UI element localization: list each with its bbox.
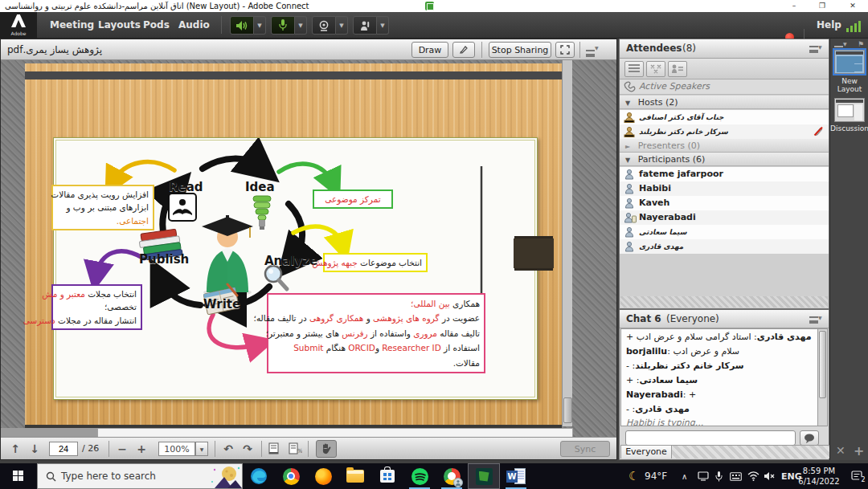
list-view-button[interactable] xyxy=(624,61,644,77)
close-button[interactable]: ✕ xyxy=(841,0,865,12)
chat-input[interactable] xyxy=(625,430,796,446)
participant-row[interactable]: مهدی قادری xyxy=(620,239,829,254)
taskbar-word-icon[interactable]: W xyxy=(500,463,532,489)
host-row[interactable]: سرکار خانم دکتر نظربلند xyxy=(620,124,829,139)
participant-row[interactable]: fateme jafarpoor xyxy=(620,167,829,181)
taskbar-explorer-icon[interactable] xyxy=(339,463,371,489)
taskbar-chrome-icon[interactable] xyxy=(275,463,307,489)
menu-audio[interactable]: Audio xyxy=(170,12,218,39)
chat-scrollbar-thumb[interactable] xyxy=(819,331,826,398)
vertical-scrollbar-thumb[interactable] xyxy=(563,397,572,423)
redo-icon[interactable]: ↷ xyxy=(239,441,256,457)
status-dropdown[interactable]: ▼ xyxy=(377,16,389,35)
notification-badge: 2 xyxy=(859,476,867,484)
participant-row[interactable]: سیما سعادتی xyxy=(620,225,829,239)
microphone-icon[interactable] xyxy=(271,16,295,35)
weather-moon-icon[interactable]: ☾ xyxy=(628,463,639,489)
windows-taskbar: Type here to search xyxy=(0,463,868,489)
chat-tab-strip xyxy=(672,445,829,458)
weather-temperature[interactable]: 94°F xyxy=(645,463,667,489)
taskbar-chrome-profile-icon[interactable] xyxy=(436,463,468,489)
webcam-dropdown[interactable]: ▼ xyxy=(336,16,348,35)
zoom-in-icon[interactable]: + xyxy=(133,441,150,457)
fit-page-icon[interactable] xyxy=(268,442,280,458)
participant-name: مهدی قادری xyxy=(639,239,683,254)
taskbar-adobe-connect-icon[interactable] xyxy=(468,463,500,489)
speaker-icon[interactable] xyxy=(230,16,254,35)
tray-clock[interactable]: 8:59 PM 6/14/2022 xyxy=(792,466,845,487)
chat-scrollbar[interactable] xyxy=(817,328,828,426)
add-layout-icon[interactable]: + xyxy=(854,443,864,458)
participant-row[interactable]: Nayerabadi xyxy=(620,210,829,225)
tray-microphone-icon[interactable] xyxy=(715,463,723,489)
taskbar-store-icon[interactable] xyxy=(371,463,403,489)
layout-thumbnail-new-layout[interactable] xyxy=(834,50,865,74)
active-speakers-row: Active Speakers xyxy=(620,79,829,95)
microphone-dropdown[interactable]: ▼ xyxy=(295,16,307,35)
layout-bar-pin-icon[interactable]: ⚑ xyxy=(858,40,864,48)
fullscreen-button[interactable] xyxy=(555,42,575,58)
active-speakers-icon xyxy=(624,81,635,92)
chat-message: مهدی قادری: - xyxy=(621,401,817,416)
layout-thumbnail-discussion[interactable] xyxy=(834,98,865,122)
presenters-section-header[interactable]: ► Presenters (0) xyxy=(620,139,829,153)
textbox-visibility: افزایش رویت پذیری مقالات ابزارهای مبتنی … xyxy=(51,185,154,230)
node-label-analyze: Analyze xyxy=(264,254,317,268)
page-up-icon[interactable]: ↑ xyxy=(7,441,23,457)
vertical-scrollbar[interactable] xyxy=(562,60,572,426)
taskbar-firefox-icon[interactable] xyxy=(307,463,339,489)
chat-pod-menu-icon[interactable]: ▼ xyxy=(809,315,824,324)
attendees-resize-area[interactable] xyxy=(620,296,828,308)
layout-label-new-layout[interactable]: New Layout xyxy=(830,77,868,93)
participant-name: fateme jafarpoor xyxy=(639,167,723,181)
sync-button[interactable]: Sync xyxy=(560,441,610,457)
tray-wifi-icon[interactable] xyxy=(747,463,760,489)
hand-tool-button[interactable] xyxy=(316,440,337,458)
attendees-pod-menu-icon[interactable]: ▼ xyxy=(809,44,824,54)
breakout-view-button[interactable] xyxy=(646,61,665,77)
zoom-dropdown[interactable]: ▼ xyxy=(195,442,208,456)
participant-icon xyxy=(624,198,635,209)
participant-name: Kaveh xyxy=(639,196,669,210)
start-button[interactable] xyxy=(0,463,37,489)
participant-row[interactable]: Habibi xyxy=(620,181,829,196)
taskbar-spotify-icon[interactable] xyxy=(403,463,436,489)
participant-row[interactable]: Kaveh xyxy=(620,196,829,210)
taskbar-search[interactable]: Type here to search xyxy=(37,463,243,489)
participants-section-header[interactable]: ▼ Participants (6) xyxy=(620,153,829,166)
tray-display-icon[interactable] xyxy=(698,463,709,489)
taskbar-edge-icon[interactable] xyxy=(243,463,275,489)
speaker-dropdown[interactable]: ▼ xyxy=(254,16,266,35)
maximize-button[interactable]: ❐ xyxy=(810,0,834,12)
minimize-button[interactable]: – xyxy=(782,0,806,12)
connection-signal-icon[interactable] xyxy=(846,20,862,35)
pointer-tool-button[interactable] xyxy=(452,42,475,58)
menu-bar: Adobe Meeting Layouts Pods Audio ▼ ▼ ▼ xyxy=(0,12,868,39)
close-layout-icon[interactable]: ✕ xyxy=(836,444,845,457)
hosts-section-header[interactable]: ▼ Hosts (2) xyxy=(620,96,829,109)
webcam-icon[interactable] xyxy=(312,16,336,35)
tray-chevron-icon[interactable]: ∧ xyxy=(682,463,687,489)
undo-icon[interactable]: ↶ xyxy=(219,441,237,457)
notification-center-icon[interactable]: 2 xyxy=(851,470,865,482)
raise-hand-icon[interactable] xyxy=(353,16,377,35)
svg-text:%: % xyxy=(297,448,302,454)
page-down-icon[interactable]: ↓ xyxy=(27,441,43,457)
menu-help[interactable]: Help xyxy=(817,12,841,39)
status-view-button[interactable] xyxy=(668,61,687,77)
tray-volume-muted-icon[interactable] xyxy=(764,463,776,489)
draw-button[interactable]: Draw xyxy=(411,42,448,58)
share-pod-menu-icon[interactable]: ▼ xyxy=(586,45,599,60)
zoom-out-icon[interactable]: − xyxy=(113,441,131,457)
host-row[interactable]: جناب آقای دکتر اصنافی xyxy=(620,110,829,124)
stop-sharing-button[interactable]: Stop Sharing xyxy=(489,42,551,58)
fit-width-icon[interactable]: % xyxy=(289,442,302,458)
tray-touch-keyboard-icon[interactable] xyxy=(730,463,742,489)
send-message-button[interactable] xyxy=(800,430,819,446)
chat-message: borjalilu: سلام و عرض ادب xyxy=(621,344,817,358)
participants-label: Participants (6) xyxy=(638,154,706,165)
layout-label-discussion[interactable]: Discussion xyxy=(830,124,868,132)
share-pod-toolbar: ↑ ↓ / 26 − + 100% ▼ ↶ ↷ % Sync xyxy=(1,437,616,459)
page-number-input[interactable] xyxy=(49,442,78,456)
chat-tab-everyone[interactable]: Everyone xyxy=(620,445,672,458)
